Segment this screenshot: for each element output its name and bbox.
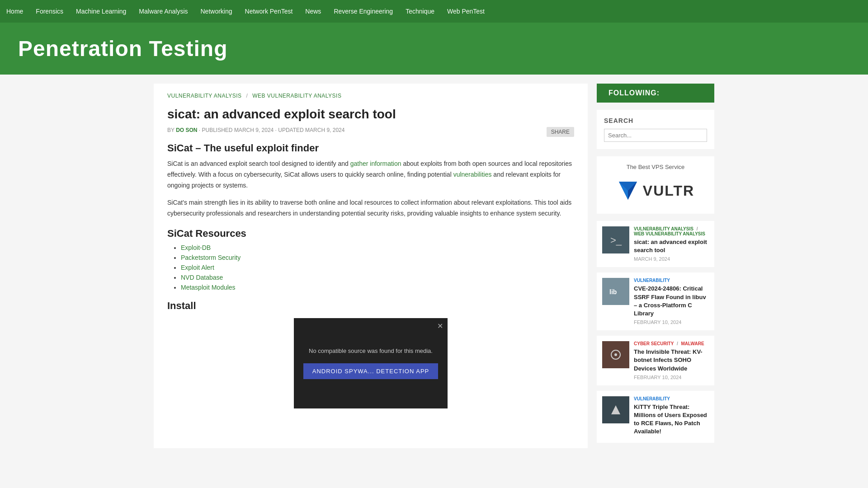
metasploit-link[interactable]: Metasploit Modules (181, 284, 236, 291)
exploit-alert-link[interactable]: Exploit Alert (181, 264, 214, 271)
list-item: Metasploit Modules (181, 284, 574, 291)
updated-label: UPDATED (278, 127, 303, 133)
nav-home[interactable]: Home (0, 1, 29, 21)
breadcrumb-part1[interactable]: VULNERABILITY ANALYSIS (167, 93, 242, 99)
search-title: SEARCH (604, 117, 707, 124)
terminal-icon: >_ (607, 231, 625, 249)
nav-networking[interactable]: Networking (194, 1, 239, 21)
site-header: Penetration Testing (0, 23, 868, 75)
share-button[interactable]: SHARE (547, 127, 574, 137)
top-navigation: Home Forensics Machine Learning Malware … (0, 0, 868, 23)
sidebar-cat1-1: VULNERABILITY (634, 278, 670, 283)
sidebar-cat1-3: VULNERABILITY (634, 396, 670, 401)
media-player: ✕ No compatible source was found for thi… (294, 318, 448, 408)
sidebar-cat1-2: CYBER SECURITY (634, 341, 674, 346)
sidebar-title-0: sicat: an advanced exploit search tool (634, 238, 709, 254)
kitty-icon (607, 401, 625, 419)
sidebar: FOLLOWING: SEARCH The Best VPS Service V… (597, 84, 714, 448)
search-box: SEARCH (597, 110, 714, 149)
article-title: sicat: an advanced exploit search tool (167, 106, 574, 122)
sidebar-date-2: FEBRUARY 10, 2024 (634, 375, 709, 380)
vulnerabilities-link[interactable]: vulnerabilities (453, 171, 492, 178)
sidebar-thumb-0: >_ (602, 226, 629, 253)
published-label: PUBLISHED (202, 127, 233, 133)
list-item: Exploit-DB (181, 244, 574, 251)
svg-text:>_: >_ (610, 235, 622, 246)
nav-machine-learning[interactable]: Machine Learning (70, 1, 132, 21)
sidebar-title-3: KiTTY Triple Threat: Millions of Users E… (634, 403, 709, 436)
nvd-database-link[interactable]: NVD Database (181, 274, 223, 281)
no-source-text: No compatible source was found for this … (309, 347, 433, 354)
nav-reverse-engineering[interactable]: Reverse Engineering (327, 1, 399, 21)
follow-box: FOLLOWING: (597, 84, 714, 103)
article-meta: BY DO SON · PUBLISHED MARCH 9, 2024 · UP… (167, 127, 574, 133)
vultr-ad[interactable]: The Best VPS Service VULTR (597, 156, 714, 214)
nav-news[interactable]: News (299, 1, 327, 21)
packetstorm-link[interactable]: Packetstorm Security (181, 254, 241, 261)
svg-text:lib: lib (609, 288, 617, 296)
vultr-title-text: The Best VPS Service (604, 164, 707, 170)
media-close-icon[interactable]: ✕ (437, 322, 443, 330)
lib-icon: lib (607, 282, 625, 300)
svg-point-9 (614, 353, 617, 356)
sidebar-thumb-1: lib (602, 278, 629, 305)
article-para1: SiCat is an advanced exploit search tool… (167, 159, 574, 191)
exploit-db-link[interactable]: Exploit-DB (181, 244, 211, 251)
botnet-icon (607, 346, 625, 364)
install-heading: Install (167, 300, 574, 312)
resources-heading: SiCat Resources (167, 228, 574, 239)
sidebar-cat2-0: WEB VULNERABILITY ANALYSIS (634, 231, 705, 236)
nav-web-pentest[interactable]: Web PenTest (441, 1, 491, 21)
nav-network-pentest[interactable]: Network PenTest (239, 1, 299, 21)
sidebar-thumb-2 (602, 341, 629, 368)
published-date: MARCH 9, 2024 (234, 127, 274, 133)
sidebar-article-2[interactable]: CYBER SECURITY / MALWARE The Invisible T… (597, 336, 714, 385)
site-title: Penetration Testing (18, 36, 850, 61)
breadcrumb-separator: / (246, 93, 248, 99)
sidebar-date-1: FEBRUARY 10, 2024 (634, 319, 709, 325)
resources-list: Exploit-DB Packetstorm Security Exploit … (167, 244, 574, 291)
sidebar-cat1-0: VULNERABILITY ANALYSIS (634, 226, 693, 231)
android-detection-button[interactable]: ANDROID SPYWA... DETECTION APP (303, 363, 439, 379)
sidebar-title-1: CVE-2024-24806: Critical SSRF Flaw Found… (634, 285, 709, 318)
list-item: Packetstorm Security (181, 254, 574, 261)
breadcrumb-part2[interactable]: WEB VULNERABILITY ANALYSIS (252, 93, 341, 99)
sidebar-article-1[interactable]: lib VULNERABILITY CVE-2024-24806: Critic… (597, 272, 714, 330)
search-input[interactable] (604, 129, 707, 142)
author-link[interactable]: DO SON (176, 127, 197, 133)
vultr-logo: VULTR (604, 175, 707, 206)
nav-technique[interactable]: Technique (399, 1, 441, 21)
list-item: Exploit Alert (181, 264, 574, 271)
article-body: SiCat – The useful exploit finder SiCat … (167, 142, 574, 408)
updated-date: MARCH 9, 2024 (305, 127, 344, 133)
by-label: BY (167, 127, 175, 133)
article-subheading: SiCat – The useful exploit finder (167, 142, 574, 154)
nav-malware-analysis[interactable]: Malware Analysis (132, 1, 194, 21)
sidebar-date-0: MARCH 9, 2024 (634, 256, 709, 262)
nav-forensics[interactable]: Forensics (29, 1, 70, 21)
sidebar-thumb-3 (602, 396, 629, 423)
breadcrumb: VULNERABILITY ANALYSIS / WEB VULNERABILI… (167, 93, 574, 99)
sidebar-article-3[interactable]: VULNERABILITY KiTTY Triple Threat: Milli… (597, 391, 714, 443)
page-layout: VULNERABILITY ANALYSIS / WEB VULNERABILI… (145, 75, 723, 457)
article-para2: SiCat's main strength lies in its abilit… (167, 197, 574, 219)
follow-label: FOLLOWING: (609, 89, 660, 97)
vultr-icon (617, 179, 639, 202)
sidebar-article-0[interactable]: >_ VULNERABILITY ANALYSIS / WEB VULNERAB… (597, 221, 714, 267)
vultr-brand-name: VULTR (643, 183, 694, 199)
list-item: NVD Database (181, 274, 574, 281)
main-content: VULNERABILITY ANALYSIS / WEB VULNERABILI… (154, 84, 588, 448)
sidebar-title-2: The Invisible Threat: KV-botnet Infects … (634, 348, 709, 373)
gather-link[interactable]: gather information (350, 160, 401, 167)
sidebar-cat2-2: MALWARE (681, 341, 704, 346)
